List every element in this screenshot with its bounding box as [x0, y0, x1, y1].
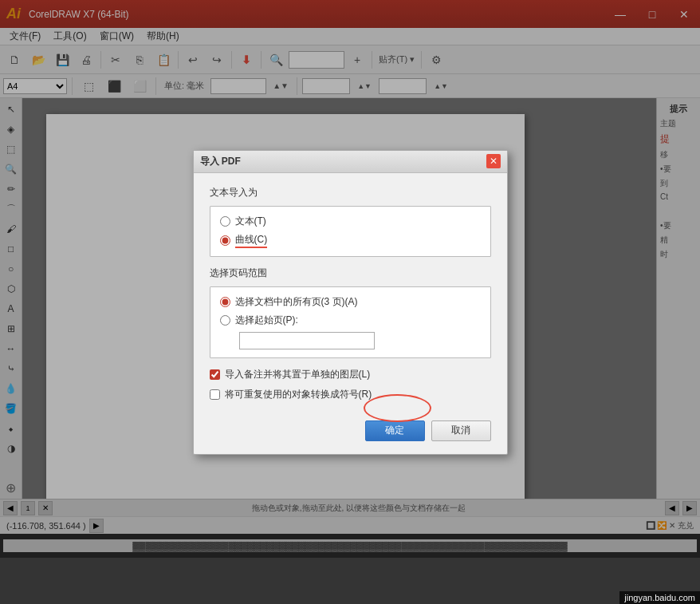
radio-curve-row: 曲线(C) [220, 233, 481, 248]
dialog-titlebar: 导入 PDF ✕ [194, 151, 507, 173]
radio-curve-input[interactable] [220, 235, 230, 246]
section2-title: 选择页码范围 [210, 266, 491, 280]
radio-text-row: 文本(T) [220, 215, 481, 228]
radio-start-label: 选择起始页(P): [235, 314, 298, 327]
watermark: jingyan.baidu.com [619, 591, 700, 604]
radio-curve-label: 曲线(C) [235, 233, 268, 248]
checkbox2-row: 将可重复使用的对象转换成符号(R) [210, 388, 491, 401]
page-range-section: 选择文档中的所有页(3 页)(A) 选择起始页(P): 1-3 [210, 286, 491, 358]
checkbox2-label: 将可重复使用的对象转换成符号(R) [225, 388, 372, 401]
radio-all-label: 选择文档中的所有页(3 页)(A) [235, 295, 358, 309]
dialog-body: 文本导入为 文本(T) 曲线(C) 选择页码范围 选择文档中的所有 [194, 173, 507, 454]
dialog-buttons: 确定 取消 [210, 414, 491, 441]
curve-label-text: 曲线(C) [235, 233, 268, 248]
radio-all-input[interactable] [220, 297, 230, 307]
dialog-title: 导入 PDF [200, 155, 241, 168]
cancel-button[interactable]: 取消 [431, 420, 491, 441]
radio-text-label: 文本(T) [235, 215, 266, 228]
radio-all-row: 选择文档中的所有页(3 页)(A) [220, 295, 481, 309]
checkbox1-row: 导入备注并将其置于单独的图层(L) [210, 368, 491, 381]
section1-title: 文本导入为 [210, 186, 491, 199]
radio-text-input[interactable] [220, 216, 230, 227]
checkbox2-input[interactable] [210, 389, 220, 400]
radio-start-row: 选择起始页(P): [220, 314, 481, 327]
dialog-close-button[interactable]: ✕ [486, 154, 501, 168]
text-import-section: 文本(T) 曲线(C) [210, 206, 491, 257]
radio-start-input[interactable] [220, 315, 230, 326]
import-pdf-dialog: 导入 PDF ✕ 文本导入为 文本(T) 曲线(C) 选择页码范围 [193, 150, 508, 455]
modal-overlay: 导入 PDF ✕ 文本导入为 文本(T) 曲线(C) 选择页码范围 [0, 0, 700, 604]
checkbox1-input[interactable] [210, 369, 220, 380]
checkbox1-label: 导入备注并将其置于单独的图层(L) [225, 368, 371, 381]
ok-button[interactable]: 确定 [365, 420, 425, 441]
page-range-input[interactable]: 1-3 [239, 332, 375, 349]
